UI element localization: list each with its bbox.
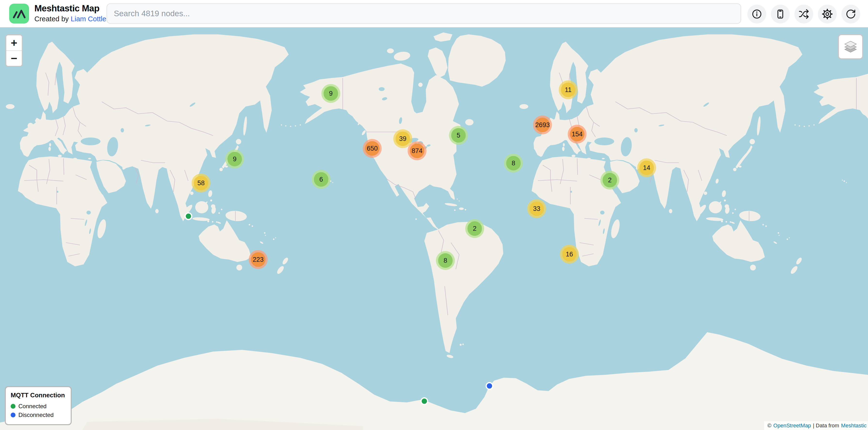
node-cluster[interactable]: 11 [559, 80, 578, 99]
legend-item-label: Connected [19, 402, 46, 410]
app-header: Meshtastic Map Created by Liam Cottle [0, 0, 868, 27]
meshtastic-link[interactable]: Meshtastic [841, 423, 867, 429]
info-icon [751, 9, 762, 20]
node-cluster[interactable]: 5 [449, 126, 468, 145]
node-cluster-count: 6 [314, 172, 329, 187]
node-cluster[interactable]: 9 [225, 150, 244, 168]
map-attribution: © OpenStreetMap | Data from Meshtastic [764, 421, 868, 430]
neighbours-button[interactable] [795, 5, 813, 24]
layers-control-button[interactable] [838, 34, 863, 59]
node-cluster[interactable]: 2 [600, 171, 619, 190]
landmass-antarctica [0, 332, 868, 430]
search-input[interactable] [106, 3, 741, 24]
meshtastic-logo [9, 4, 29, 24]
zoom-in-button[interactable]: + [6, 35, 22, 51]
node-cluster-count: 58 [194, 176, 208, 190]
node-cluster[interactable]: 650 [363, 139, 382, 158]
meshtastic-logo-icon [12, 9, 26, 19]
node-cluster[interactable]: 9 [321, 84, 340, 103]
node-cluster-count: 8 [506, 156, 521, 170]
node-cluster-count: 2 [467, 221, 482, 236]
zoom-control: + − [5, 34, 23, 67]
node-cluster[interactable]: 6 [312, 170, 331, 189]
openstreetmap-link[interactable]: OpenStreetMap [773, 423, 811, 429]
byline: Created by Liam Cottle [34, 14, 106, 24]
node-cluster-count: 11 [561, 82, 576, 97]
node-cluster-count: 223 [251, 252, 266, 267]
node-cluster-count: 8 [438, 253, 453, 268]
mobile-app-button[interactable] [771, 5, 790, 24]
mqtt-legend: MQTT Connection Connected Disconnected [5, 386, 72, 425]
attribution-separator: | Data from [813, 423, 839, 429]
mqtt-legend-title: MQTT Connection [11, 392, 65, 399]
node-cluster[interactable]: 33 [527, 199, 546, 218]
node-cluster[interactable]: 8 [436, 251, 455, 270]
node-cluster-count: 9 [227, 152, 242, 166]
disconnected-dot-icon [11, 412, 16, 418]
node-cluster-count: 154 [570, 127, 584, 141]
node-cluster[interactable]: 223 [249, 250, 268, 269]
page-title: Meshtastic Map [34, 3, 106, 14]
node-cluster-count: 33 [529, 201, 544, 216]
shuffle-icon [799, 9, 809, 20]
node-cluster-count: 16 [562, 247, 577, 262]
node-cluster-count: 14 [640, 161, 654, 175]
gear-icon [822, 9, 833, 20]
smartphone-icon [775, 9, 786, 20]
node-marker-connected[interactable] [185, 212, 192, 220]
settings-button[interactable] [818, 5, 837, 24]
info-button[interactable] [747, 5, 766, 24]
connected-dot-icon [11, 404, 16, 409]
node-marker-connected[interactable] [421, 397, 428, 405]
node-cluster-count: 2 [602, 173, 617, 188]
node-cluster[interactable]: 14 [637, 158, 656, 177]
node-cluster[interactable]: 2 [465, 219, 484, 238]
node-marker-disconnected[interactable] [486, 382, 493, 390]
legend-item-disconnected: Disconnected [11, 410, 65, 419]
node-cluster[interactable]: 58 [192, 174, 211, 193]
node-cluster-count: 2693 [535, 118, 550, 132]
refresh-button[interactable] [841, 5, 860, 24]
copyright-symbol: © [768, 423, 771, 429]
node-cluster[interactable]: 874 [408, 141, 427, 160]
node-cluster-count: 874 [410, 143, 424, 158]
title-block: Meshtastic Map Created by Liam Cottle [34, 3, 106, 24]
node-cluster-count: 650 [365, 141, 379, 156]
node-cluster[interactable]: 2693 [533, 115, 552, 134]
node-cluster[interactable]: 16 [560, 245, 579, 264]
node-cluster[interactable]: 154 [568, 125, 587, 143]
zoom-out-button[interactable]: − [6, 51, 22, 66]
node-cluster[interactable]: 8 [504, 154, 523, 173]
refresh-icon [845, 9, 856, 20]
legend-item-label: Disconnected [19, 410, 54, 419]
node-cluster-count: 5 [451, 128, 466, 143]
byline-prefix: Created by [34, 15, 69, 23]
legend-item-connected: Connected [11, 402, 65, 410]
node-cluster-count: 9 [323, 86, 338, 101]
layers-icon [844, 41, 857, 53]
map-canvas[interactable]: + − 939650874511269315481423316282235896… [0, 27, 868, 430]
node-cluster-count: 39 [396, 131, 410, 146]
world-map-tiles [0, 27, 868, 430]
author-link[interactable]: Liam Cottle [71, 15, 106, 23]
